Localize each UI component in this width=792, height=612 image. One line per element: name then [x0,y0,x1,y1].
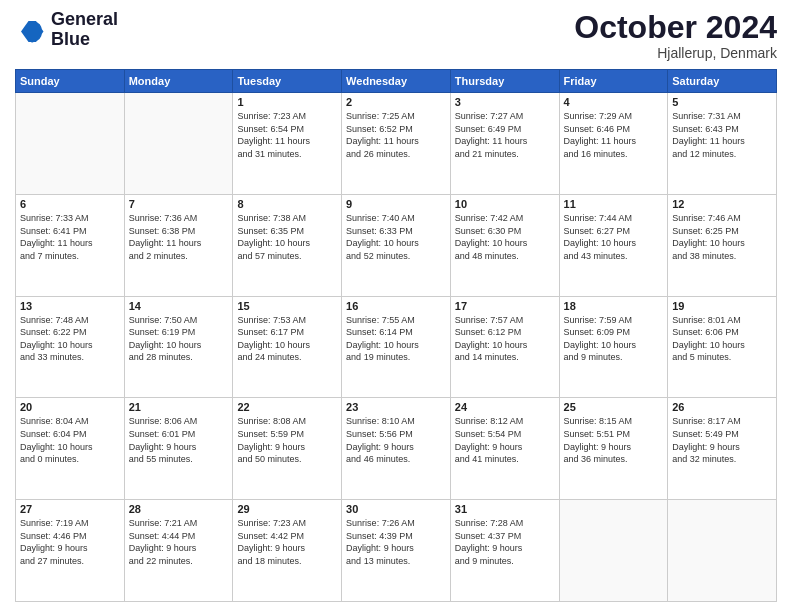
logo-icon [15,15,45,45]
day-info: Sunrise: 7:29 AM Sunset: 6:46 PM Dayligh… [564,110,664,160]
weekday-header-tuesday: Tuesday [233,70,342,93]
calendar-cell: 1Sunrise: 7:23 AM Sunset: 6:54 PM Daylig… [233,93,342,195]
day-info: Sunrise: 7:36 AM Sunset: 6:38 PM Dayligh… [129,212,229,262]
page: General Blue October 2024 Hjallerup, Den… [0,0,792,612]
day-number: 9 [346,198,446,210]
day-number: 31 [455,503,555,515]
day-number: 18 [564,300,664,312]
day-info: Sunrise: 7:19 AM Sunset: 4:46 PM Dayligh… [20,517,120,567]
day-number: 6 [20,198,120,210]
day-info: Sunrise: 7:33 AM Sunset: 6:41 PM Dayligh… [20,212,120,262]
weekday-header-monday: Monday [124,70,233,93]
calendar-cell: 29Sunrise: 7:23 AM Sunset: 4:42 PM Dayli… [233,500,342,602]
calendar-cell: 25Sunrise: 8:15 AM Sunset: 5:51 PM Dayli… [559,398,668,500]
location: Hjallerup, Denmark [574,45,777,61]
calendar-week-1: 1Sunrise: 7:23 AM Sunset: 6:54 PM Daylig… [16,93,777,195]
day-number: 17 [455,300,555,312]
calendar-week-3: 13Sunrise: 7:48 AM Sunset: 6:22 PM Dayli… [16,296,777,398]
logo-line2: Blue [51,30,118,50]
day-info: Sunrise: 7:23 AM Sunset: 4:42 PM Dayligh… [237,517,337,567]
calendar-week-4: 20Sunrise: 8:04 AM Sunset: 6:04 PM Dayli… [16,398,777,500]
calendar-cell [16,93,125,195]
calendar-table: SundayMondayTuesdayWednesdayThursdayFrid… [15,69,777,602]
day-info: Sunrise: 7:55 AM Sunset: 6:14 PM Dayligh… [346,314,446,364]
day-info: Sunrise: 7:21 AM Sunset: 4:44 PM Dayligh… [129,517,229,567]
calendar-cell: 28Sunrise: 7:21 AM Sunset: 4:44 PM Dayli… [124,500,233,602]
day-number: 1 [237,96,337,108]
calendar-cell: 9Sunrise: 7:40 AM Sunset: 6:33 PM Daylig… [342,194,451,296]
weekday-header-wednesday: Wednesday [342,70,451,93]
calendar-cell: 21Sunrise: 8:06 AM Sunset: 6:01 PM Dayli… [124,398,233,500]
day-info: Sunrise: 7:46 AM Sunset: 6:25 PM Dayligh… [672,212,772,262]
calendar-cell: 27Sunrise: 7:19 AM Sunset: 4:46 PM Dayli… [16,500,125,602]
svg-marker-0 [21,21,44,42]
calendar-cell: 30Sunrise: 7:26 AM Sunset: 4:39 PM Dayli… [342,500,451,602]
calendar-cell [559,500,668,602]
calendar-cell: 6Sunrise: 7:33 AM Sunset: 6:41 PM Daylig… [16,194,125,296]
day-number: 23 [346,401,446,413]
day-info: Sunrise: 7:25 AM Sunset: 6:52 PM Dayligh… [346,110,446,160]
calendar-cell: 7Sunrise: 7:36 AM Sunset: 6:38 PM Daylig… [124,194,233,296]
calendar-cell: 23Sunrise: 8:10 AM Sunset: 5:56 PM Dayli… [342,398,451,500]
calendar-cell: 10Sunrise: 7:42 AM Sunset: 6:30 PM Dayli… [450,194,559,296]
day-number: 28 [129,503,229,515]
day-number: 30 [346,503,446,515]
title-block: October 2024 Hjallerup, Denmark [574,10,777,61]
day-info: Sunrise: 8:08 AM Sunset: 5:59 PM Dayligh… [237,415,337,465]
day-info: Sunrise: 7:42 AM Sunset: 6:30 PM Dayligh… [455,212,555,262]
day-info: Sunrise: 7:28 AM Sunset: 4:37 PM Dayligh… [455,517,555,567]
calendar-cell: 3Sunrise: 7:27 AM Sunset: 6:49 PM Daylig… [450,93,559,195]
weekday-header-sunday: Sunday [16,70,125,93]
calendar-cell: 2Sunrise: 7:25 AM Sunset: 6:52 PM Daylig… [342,93,451,195]
day-info: Sunrise: 7:59 AM Sunset: 6:09 PM Dayligh… [564,314,664,364]
day-number: 27 [20,503,120,515]
calendar-week-2: 6Sunrise: 7:33 AM Sunset: 6:41 PM Daylig… [16,194,777,296]
calendar-cell: 20Sunrise: 8:04 AM Sunset: 6:04 PM Dayli… [16,398,125,500]
day-info: Sunrise: 8:17 AM Sunset: 5:49 PM Dayligh… [672,415,772,465]
calendar-cell: 8Sunrise: 7:38 AM Sunset: 6:35 PM Daylig… [233,194,342,296]
day-info: Sunrise: 7:40 AM Sunset: 6:33 PM Dayligh… [346,212,446,262]
day-number: 22 [237,401,337,413]
day-info: Sunrise: 8:06 AM Sunset: 6:01 PM Dayligh… [129,415,229,465]
calendar-cell: 31Sunrise: 7:28 AM Sunset: 4:37 PM Dayli… [450,500,559,602]
calendar-cell: 12Sunrise: 7:46 AM Sunset: 6:25 PM Dayli… [668,194,777,296]
day-info: Sunrise: 7:44 AM Sunset: 6:27 PM Dayligh… [564,212,664,262]
day-number: 7 [129,198,229,210]
day-info: Sunrise: 8:10 AM Sunset: 5:56 PM Dayligh… [346,415,446,465]
day-info: Sunrise: 7:57 AM Sunset: 6:12 PM Dayligh… [455,314,555,364]
day-info: Sunrise: 7:53 AM Sunset: 6:17 PM Dayligh… [237,314,337,364]
logo-line1: General [51,10,118,30]
month-title: October 2024 [574,10,777,45]
day-number: 3 [455,96,555,108]
day-number: 13 [20,300,120,312]
logo-text: General Blue [51,10,118,50]
calendar-cell [668,500,777,602]
calendar-cell: 17Sunrise: 7:57 AM Sunset: 6:12 PM Dayli… [450,296,559,398]
calendar-cell: 14Sunrise: 7:50 AM Sunset: 6:19 PM Dayli… [124,296,233,398]
day-number: 20 [20,401,120,413]
day-info: Sunrise: 7:26 AM Sunset: 4:39 PM Dayligh… [346,517,446,567]
day-number: 21 [129,401,229,413]
day-number: 14 [129,300,229,312]
calendar-cell: 19Sunrise: 8:01 AM Sunset: 6:06 PM Dayli… [668,296,777,398]
calendar-cell: 24Sunrise: 8:12 AM Sunset: 5:54 PM Dayli… [450,398,559,500]
day-info: Sunrise: 7:50 AM Sunset: 6:19 PM Dayligh… [129,314,229,364]
day-info: Sunrise: 7:38 AM Sunset: 6:35 PM Dayligh… [237,212,337,262]
weekday-header-friday: Friday [559,70,668,93]
calendar-cell: 22Sunrise: 8:08 AM Sunset: 5:59 PM Dayli… [233,398,342,500]
day-number: 8 [237,198,337,210]
day-number: 19 [672,300,772,312]
calendar-cell [124,93,233,195]
logo: General Blue [15,10,118,50]
calendar-week-5: 27Sunrise: 7:19 AM Sunset: 4:46 PM Dayli… [16,500,777,602]
day-info: Sunrise: 7:27 AM Sunset: 6:49 PM Dayligh… [455,110,555,160]
weekday-header-thursday: Thursday [450,70,559,93]
weekday-header-row: SundayMondayTuesdayWednesdayThursdayFrid… [16,70,777,93]
calendar-cell: 11Sunrise: 7:44 AM Sunset: 6:27 PM Dayli… [559,194,668,296]
day-info: Sunrise: 8:01 AM Sunset: 6:06 PM Dayligh… [672,314,772,364]
calendar-cell: 4Sunrise: 7:29 AM Sunset: 6:46 PM Daylig… [559,93,668,195]
day-number: 12 [672,198,772,210]
day-number: 15 [237,300,337,312]
day-info: Sunrise: 7:48 AM Sunset: 6:22 PM Dayligh… [20,314,120,364]
day-number: 11 [564,198,664,210]
